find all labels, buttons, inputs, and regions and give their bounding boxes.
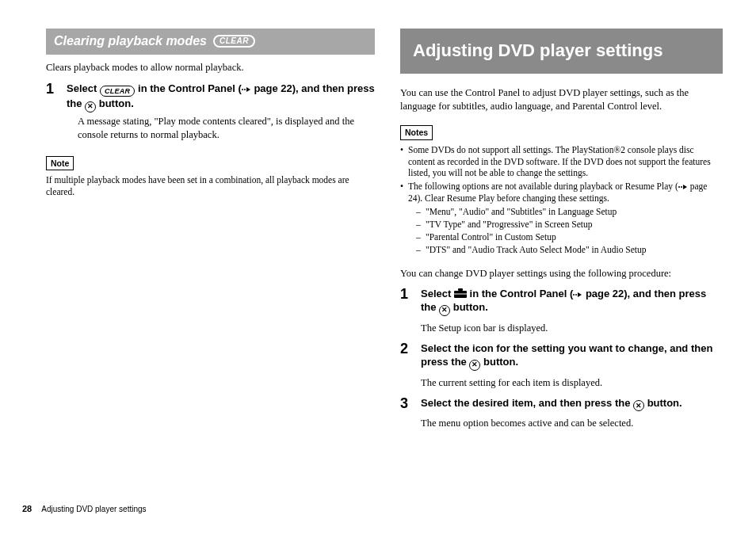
left-intro: Clears playback modes to allow normal pl…: [46, 61, 375, 74]
note-item: The following options are not available …: [400, 181, 723, 256]
step-number: 1: [46, 82, 60, 146]
right-step-2: 2 Select the icon for the setting you wa…: [400, 341, 723, 373]
note-subitem: "TV Type" and "Progressive" in Screen Se…: [416, 219, 723, 231]
notes-label: Notes: [400, 125, 433, 139]
svg-point-0: [242, 89, 243, 90]
arrow-ref-icon: [242, 86, 251, 93]
step-number: 3: [400, 396, 414, 414]
svg-rect-5: [458, 288, 463, 291]
right-step-1: 1 Select in the Control Panel ( page 22)…: [400, 287, 723, 318]
left-step-1: 1 Select CLEAR in the Control Panel ( pa…: [46, 82, 375, 146]
left-column: Clearing playback modes CLEAR Clears pla…: [46, 29, 375, 435]
step-description: The Setup icon bar is displayed.: [421, 322, 723, 335]
svg-point-2: [678, 186, 680, 188]
subheading-clearing-playback: Clearing playback modes CLEAR: [46, 29, 375, 55]
svg-point-8: [575, 294, 577, 296]
page-footer: 28 Adjusting DVD player settings: [22, 503, 147, 515]
right-column: Adjusting DVD player settings You can us…: [400, 29, 723, 435]
step-title: Select the icon for the setting you want…: [421, 341, 723, 371]
step-title: Select in the Control Panel ( page 22), …: [421, 287, 723, 316]
footer-section: Adjusting DVD player settings: [41, 504, 146, 515]
step-description: The current setting for each item is dis…: [421, 376, 723, 390]
right-intro: You can use the Control Panel to adjust …: [400, 86, 723, 113]
clear-icon: CLEAR: [213, 35, 255, 48]
note-text: If multiple playback modes have been set…: [46, 174, 375, 198]
step-description: The menu option becomes active and can b…: [421, 417, 723, 430]
page-columns: Clearing playback modes CLEAR Clears pla…: [0, 0, 756, 435]
note-label: Note: [46, 156, 74, 170]
x-button-icon: [469, 360, 480, 371]
note-subitem: "DTS" and "Audio Track Auto Select Mode"…: [416, 244, 723, 256]
notes-sublist: "Menu", "Audio" and "Subtitles" in Langu…: [408, 206, 723, 256]
subheading-text: Clearing playback modes: [54, 32, 207, 50]
right-step-3: 3 Select the desired item, and then pres…: [400, 396, 723, 414]
x-button-icon: [439, 305, 450, 316]
procedure-intro: You can change DVD player settings using…: [400, 267, 723, 280]
step-title: Select the desired item, and then press …: [421, 396, 723, 412]
arrow-ref-icon: [678, 184, 688, 190]
step-number: 1: [400, 287, 414, 318]
page-number: 28: [22, 503, 32, 515]
x-button-icon: [85, 101, 96, 113]
note-subitem: "Menu", "Audio" and "Subtitles" in Langu…: [416, 206, 723, 218]
clear-icon: CLEAR: [100, 86, 136, 97]
note-item: Some DVDs do not support all settings. T…: [400, 144, 723, 180]
notes-list: Some DVDs do not support all settings. T…: [400, 144, 723, 256]
svg-point-1: [244, 89, 246, 90]
step-number: 2: [400, 341, 414, 373]
svg-point-3: [681, 186, 682, 188]
main-heading: Adjusting DVD player settings: [400, 29, 723, 74]
x-button-icon: [633, 400, 644, 411]
step-description: A message stating, "Play mode contents c…: [78, 115, 375, 142]
note-subitem: "Parental Control" in Custom Setup: [416, 231, 723, 243]
arrow-ref-icon: [573, 292, 582, 298]
svg-point-7: [573, 294, 575, 296]
svg-rect-6: [454, 293, 467, 294]
step-title: Select CLEAR in the Control Panel ( page…: [67, 82, 375, 113]
toolbox-icon: [454, 288, 467, 298]
